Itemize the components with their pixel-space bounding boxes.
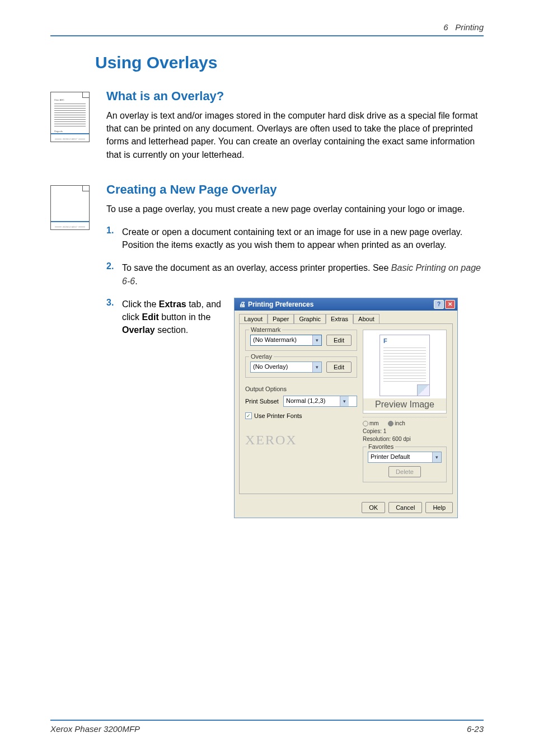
step-text: To save the document as an overlay, acce… [122, 261, 484, 287]
tab-about[interactable]: About [353, 314, 380, 323]
chapter-number: 6 [443, 22, 448, 32]
overlay-edit-button[interactable]: Edit [326, 361, 352, 373]
overlay-label: Overlay [249, 353, 274, 360]
step-number: 3. [106, 298, 122, 308]
printer-icon: 🖨 [239, 300, 246, 308]
help-icon[interactable]: ? [434, 300, 444, 309]
print-subset-combo[interactable]: Normal (1,2,3) ▾ [283, 396, 357, 407]
help-button[interactable]: Help [425, 502, 453, 513]
delete-button[interactable]: Delete [388, 466, 421, 477]
tab-extras[interactable]: Extras [326, 314, 353, 324]
step-text: Create or open a document containing tex… [122, 226, 484, 251]
page-footer: Xerox Phaser 3200MFP 6-23 [50, 720, 484, 734]
thumb-footer: WORLD BEST [63, 138, 77, 140]
creating-overlay-intro: To use a page overlay, you must create a… [106, 203, 484, 215]
copies-info: Copies: 1 [363, 428, 447, 435]
watermark-edit-button[interactable]: Edit [326, 335, 352, 346]
preview-box: F Preview Image [363, 330, 447, 414]
step-2: 2. To save the document as an overlay, a… [106, 261, 484, 287]
page-fold-icon [417, 384, 429, 396]
preview-image-label: Preview Image [363, 398, 446, 411]
favorites-group: Favorites Printer Default ▾ Delete [363, 447, 447, 482]
close-icon[interactable]: ✕ [445, 300, 455, 309]
preview-page: F [380, 335, 430, 396]
ok-button[interactable]: OK [362, 502, 385, 513]
cancel-button[interactable]: Cancel [388, 502, 422, 513]
chapter-title: Printing [455, 22, 484, 32]
overlay-combo[interactable]: (No Overlay) ▾ [250, 361, 322, 373]
step-text: Click the Extras tab, and click Edit but… [122, 298, 223, 337]
dialog-title: Printing Preferences [248, 300, 313, 308]
watermark-combo[interactable]: (No Watermark) ▾ [250, 335, 322, 346]
chevron-down-icon: ▾ [340, 396, 349, 406]
step-number: 1. [106, 226, 122, 236]
footer-product: Xerox Phaser 3200MFP [50, 724, 140, 734]
heading-what-is-overlay: What is an Overlay? [106, 89, 484, 104]
resolution-info: Resolution: 600 dpi [363, 435, 447, 443]
chevron-down-icon: ▾ [312, 335, 321, 345]
footer-page-number: 6-23 [467, 724, 484, 734]
print-subset-label: Print Subset [245, 398, 279, 405]
radio-inch[interactable] [388, 421, 394, 426]
output-options-group: Output Options Print Subset Normal (1,2,… [245, 383, 357, 421]
checkmark-icon: ✓ [245, 412, 252, 419]
thumb-footer-2: WORLD BEST [63, 226, 77, 228]
heading-1: Using Overlays [95, 53, 484, 72]
blank-page-thumbnail: WORLD BEST [50, 185, 90, 230]
use-printer-fonts-checkbox[interactable]: ✓ Use Printer Fonts [245, 412, 302, 419]
overlay-group: Overlay (No Overlay) ▾ Edit [245, 356, 357, 378]
dialog-titlebar: 🖨 Printing Preferences ? ✕ [235, 298, 457, 311]
overlay-letter-thumbnail: Dear ABC Regards WORLD BEST [50, 92, 90, 142]
heading-creating-overlay: Creating a New Page Overlay [106, 182, 484, 197]
favorites-combo[interactable]: Printer Default ▾ [368, 452, 442, 463]
step-1: 1. Create or open a document containing … [106, 226, 484, 251]
what-is-overlay-paragraph: An overlay is text and/or images stored … [106, 109, 484, 161]
chevron-down-icon: ▾ [312, 362, 321, 372]
tab-graphic[interactable]: Graphic [294, 314, 326, 323]
printing-preferences-dialog: 🖨 Printing Preferences ? ✕ Layout Paper … [234, 298, 458, 518]
favorites-label: Favorites [367, 443, 395, 450]
info-lines: mm inch Copies: 1 Resolution: 600 dpi [363, 417, 447, 443]
chevron-down-icon: ▾ [432, 452, 441, 462]
watermark-label: Watermark [249, 326, 282, 333]
preview-letter: F [383, 337, 387, 344]
output-options-label: Output Options [245, 386, 357, 392]
radio-mm[interactable] [363, 421, 368, 426]
xerox-logo: XEROX [245, 433, 357, 448]
step-number: 2. [106, 261, 122, 271]
dialog-tabs: Layout Paper Graphic Extras About [235, 311, 457, 323]
tab-layout[interactable]: Layout [239, 314, 268, 323]
page-header: 6 Printing [50, 22, 484, 36]
tab-paper[interactable]: Paper [268, 314, 294, 323]
step-3: 3. Click the Extras tab, and click Edit … [106, 298, 484, 518]
watermark-group: Watermark (No Watermark) ▾ Edit [245, 330, 357, 351]
